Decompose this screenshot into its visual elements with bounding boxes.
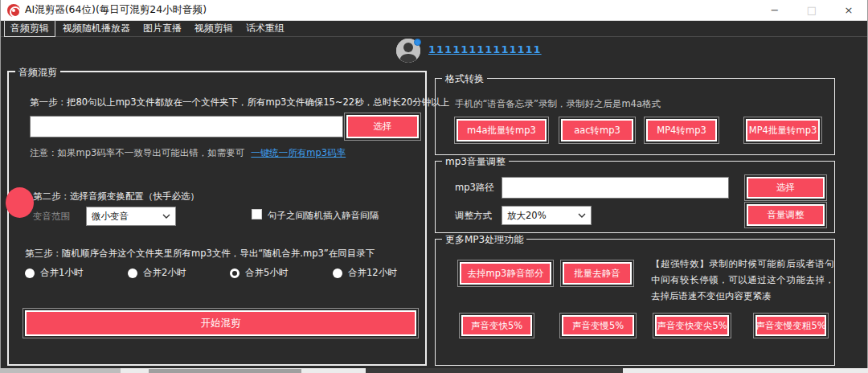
adjust-mode-dropdown[interactable]: 放大20% — [502, 206, 592, 225]
group-audio-mix-title: 音频混剪 — [15, 66, 60, 80]
mp3-path-label: mp3路径 — [455, 182, 494, 194]
background-window-segment — [0, 368, 121, 373]
close-button[interactable]: × — [830, 0, 867, 20]
start-mix-button[interactable]: 开始混剪 — [25, 310, 416, 336]
group-audio-mix: 音频混剪 第一步：把80句以上mp3文件都放在一个文件夹下，所有mp3文件确保1… — [7, 71, 427, 366]
radio-dot — [25, 268, 35, 278]
mp4-batch-to-mp3-button[interactable]: MP4批量转mp3 — [746, 119, 820, 141]
group-volume-adjust-title: mp3音量调整 — [442, 155, 509, 169]
mp3-path-input[interactable] — [502, 177, 729, 199]
tab-audio-edit[interactable]: 音频剪辑 — [4, 20, 55, 37]
group-more-mp3-title: 更多MP3处理功能 — [442, 233, 526, 247]
tab-bar: 音频剪辑 视频随机播放器 图片直播 视频剪辑 话术重组 — [1, 21, 867, 37]
silence-gap-checkbox-label: 句子之间随机插入静音间隔 — [268, 210, 379, 222]
chevron-down-icon — [578, 213, 586, 218]
radio-merge-12h[interactable]: 合并12小时 — [333, 267, 397, 279]
speed-up-5-button[interactable]: 声音变快5% — [461, 315, 532, 336]
batch-remove-silence-button[interactable]: 批量去静音 — [563, 262, 632, 285]
main-content: 11111111111111 音频混剪 第一步：把80句以上mp3文件都放在一个… — [1, 37, 867, 368]
radio-dot — [128, 268, 137, 278]
tab-video-random-player[interactable]: 视频随机播放器 — [57, 21, 136, 36]
voice-range-label: 变音范围 — [33, 211, 70, 223]
volume-select-button[interactable]: 选择 — [747, 177, 825, 199]
group-format-convert: 格式转换 手机的“语音备忘录”录制，录制好之后是m4a格式 m4a批量转mp3 … — [435, 78, 835, 155]
tab-image-live[interactable]: 图片直播 — [137, 21, 187, 36]
tab-video-edit[interactable]: 视频剪辑 — [189, 21, 239, 36]
m4a-batch-to-mp3-button[interactable]: m4a批量转mp3 — [457, 119, 547, 141]
window-title: AI混剪器(64位)(每日可混剪24小时音频) — [25, 3, 207, 17]
remove-silence-button[interactable]: 去掉mp3静音部分 — [460, 262, 551, 285]
radio-dot — [333, 268, 342, 278]
folder-path-input[interactable] — [30, 116, 343, 137]
select-folder-button[interactable]: 选择 — [346, 115, 419, 138]
window-controls: − □ × — [756, 0, 867, 20]
background-window-segment — [149, 369, 301, 373]
titlebar: AI混剪器(64位)(每日可混剪24小时音频) − □ × — [1, 0, 867, 21]
faster-higher-5-button[interactable]: 声音变快变尖5% — [655, 315, 729, 336]
radio-dot-selected — [230, 268, 240, 278]
note-row: 注意：如果mp3码率不一致导出可能出错，如需要可 一键统一所有mp3码率 — [30, 147, 346, 159]
tab-script-recombine[interactable]: 话术重组 — [240, 21, 290, 36]
slower-deeper-5-button[interactable]: 声音变慢变粗5% — [755, 315, 826, 336]
step3-text: 第三步：随机顺序合并这个文件夹里所有mp3文件，导出“随机合并.mp3”在同目录… — [25, 248, 375, 260]
mp4-to-mp3-button[interactable]: MP4转mp3 — [646, 119, 717, 141]
aac-to-mp3-button[interactable]: aac转mp3 — [561, 119, 633, 141]
group-more-mp3: 更多MP3处理功能 去掉mp3静音部分 批量去静音 【超强特效】录制的时候可能前… — [435, 239, 835, 366]
group-format-convert-title: 格式转换 — [442, 72, 487, 86]
voice-range-value: 微小变音 — [92, 211, 162, 223]
radio-merge-5h[interactable]: 合并5小时 — [230, 267, 288, 279]
adjust-mode-label: 调整方式 — [455, 210, 492, 222]
radio-merge-2h[interactable]: 合并2小时 — [128, 267, 186, 279]
step2-text: 第二步：选择音频变换配置（快手必选） — [33, 191, 199, 203]
super-effect-tip-text: 【超强特效】录制的时候可能前后或者语句中间有较长停顿，可以通过这个功能去掉，去掉… — [651, 256, 834, 304]
background-window-edge — [0, 368, 868, 373]
note-text: 注意：如果mp3码率不一致导出可能出错，如需要可 — [30, 147, 244, 159]
account-username-link[interactable]: 11111111111111 — [428, 43, 542, 55]
app-window: AI混剪器(64位)(每日可混剪24小时音频) − □ × 音频剪辑 视频随机播… — [0, 0, 868, 368]
silence-gap-checkbox[interactable] — [252, 209, 262, 219]
minimize-button[interactable]: − — [756, 0, 793, 20]
volume-adjust-button[interactable]: 音量调整 — [747, 204, 825, 226]
step1-text: 第一步：把80句以上mp3文件都放在一个文件夹下，所有mp3文件确保15~22秒… — [30, 96, 449, 109]
red-circle-decoration — [6, 187, 34, 218]
background-window-segment — [366, 368, 623, 373]
group-volume-adjust: mp3音量调整 mp3路径 选择 调整方式 放大20% 音量调整 — [435, 161, 835, 233]
slow-down-5-button[interactable]: 声音变慢5% — [562, 315, 634, 336]
app-logo-icon — [7, 4, 20, 17]
adjust-mode-value: 放大20% — [507, 210, 578, 222]
radio-merge-1h[interactable]: 合并1小时 — [25, 267, 83, 279]
voice-range-dropdown[interactable]: 微小变音 — [86, 207, 176, 226]
screen: AI混剪器(64位)(每日可混剪24小时音频) − □ × 音频剪辑 视频随机播… — [0, 0, 868, 373]
avatar-badge-icon — [414, 39, 421, 46]
chevron-down-icon — [162, 214, 170, 219]
format-convert-description: 手机的“语音备忘录”录制，录制好之后是m4a格式 — [455, 98, 661, 110]
unify-bitrate-link[interactable]: 一键统一所有mp3码率 — [251, 147, 346, 159]
maximize-button[interactable]: □ — [793, 0, 830, 20]
